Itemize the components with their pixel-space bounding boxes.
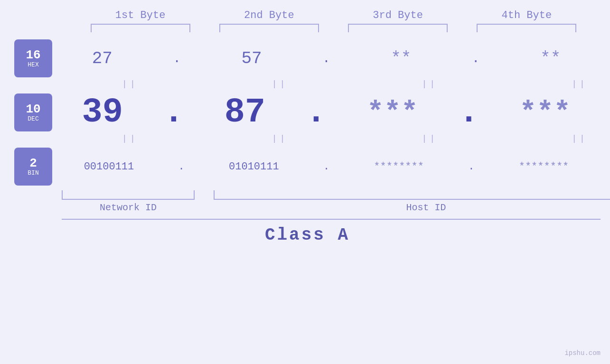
eq2-b3: || bbox=[382, 134, 477, 143]
dec-badge-label: DEC bbox=[28, 116, 38, 122]
dec-b3: *** bbox=[367, 96, 418, 129]
bracket-b3 bbox=[348, 24, 448, 32]
top-brackets bbox=[0, 24, 610, 32]
bracket-b2 bbox=[219, 24, 319, 32]
network-id-label: Network ID bbox=[62, 202, 195, 213]
dec-badge-num: 10 bbox=[26, 103, 40, 116]
eq2-b4: || bbox=[532, 134, 610, 143]
byte-headers: 1st Byte 2nd Byte 3rd Byte 4th Byte bbox=[0, 9, 610, 21]
eq2-b2: || bbox=[233, 134, 328, 143]
dec-dot3: . bbox=[459, 93, 479, 132]
hex-b2: 57 bbox=[241, 49, 262, 68]
network-bracket bbox=[62, 190, 195, 200]
bin-b1: 00100111 bbox=[84, 161, 134, 173]
full-bottom-line bbox=[62, 219, 601, 220]
hex-dot3: . bbox=[472, 51, 480, 66]
byte1-header: 1st Byte bbox=[86, 9, 195, 21]
byte4-header: 4th Byte bbox=[472, 9, 581, 21]
bin-b3: ******** bbox=[374, 161, 424, 173]
byte3-header: 3rd Byte bbox=[343, 9, 452, 21]
dec-b2: 87 bbox=[225, 93, 265, 132]
bin-dot3: . bbox=[468, 161, 474, 173]
class-label: Class A bbox=[265, 225, 350, 245]
host-bracket bbox=[214, 190, 610, 200]
dec-dot1: . bbox=[163, 93, 184, 132]
host-id-label: Host ID bbox=[214, 202, 610, 213]
bracket-b4 bbox=[477, 24, 576, 32]
bin-badge-label: BIN bbox=[28, 170, 38, 177]
bin-b2: 01010111 bbox=[229, 161, 279, 173]
eq1-b2: || bbox=[233, 79, 328, 89]
eq2-b1: || bbox=[83, 134, 178, 143]
bin-b4: ******** bbox=[519, 161, 569, 173]
hex-badge-label: HEX bbox=[28, 62, 38, 68]
hex-dot2: . bbox=[322, 51, 330, 66]
bin-badge: 2 BIN bbox=[14, 148, 52, 186]
dec-b1: 39 bbox=[82, 93, 123, 132]
dec-dot2: . bbox=[306, 93, 326, 132]
hex-dot1: . bbox=[173, 51, 181, 66]
hex-b1: 27 bbox=[92, 49, 113, 68]
bracket-b1 bbox=[91, 24, 190, 32]
dec-b4: *** bbox=[519, 96, 571, 129]
bin-dot2: . bbox=[323, 161, 329, 173]
hex-badge-num: 16 bbox=[26, 48, 40, 62]
main-container: 1st Byte 2nd Byte 3rd Byte 4th Byte 16 H… bbox=[0, 0, 610, 364]
eq1-b1: || bbox=[83, 79, 178, 89]
hex-b4: ** bbox=[540, 49, 561, 68]
bin-badge-num: 2 bbox=[29, 157, 37, 170]
bin-dot1: . bbox=[178, 161, 185, 173]
byte2-header: 2nd Byte bbox=[215, 9, 324, 21]
hex-badge: 16 HEX bbox=[14, 39, 52, 77]
eq1-b3: || bbox=[382, 79, 477, 89]
eq1-b4: || bbox=[532, 79, 610, 89]
hex-b3: ** bbox=[391, 49, 411, 68]
watermark: ipshu.com bbox=[564, 349, 601, 357]
dec-badge: 10 DEC bbox=[14, 93, 52, 131]
